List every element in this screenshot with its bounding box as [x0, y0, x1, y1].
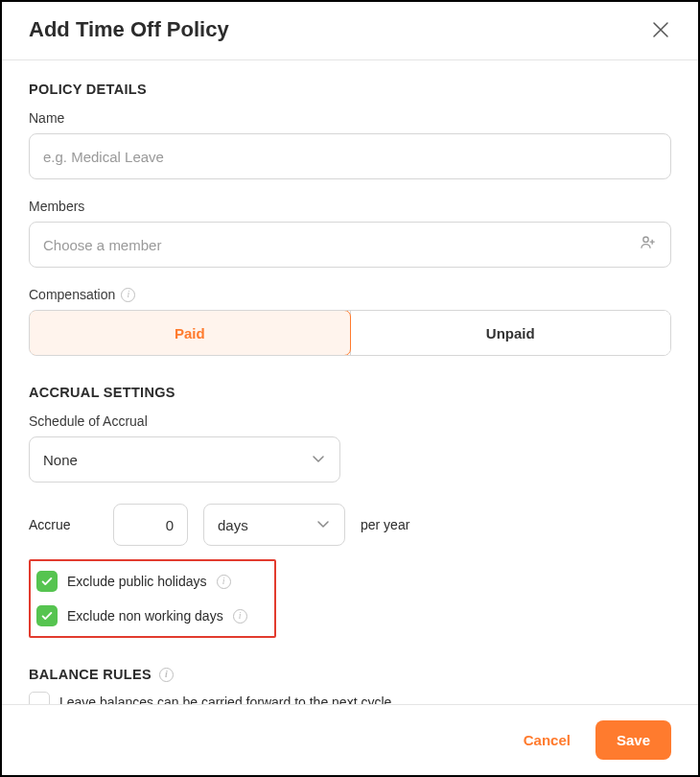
- exclude-non-working-days-label: Exclude non working days: [67, 608, 223, 624]
- carry-forward-checkbox[interactable]: [29, 692, 50, 704]
- field-compensation: Compensation i Paid Unpaid: [29, 287, 671, 356]
- compensation-label: Compensation i: [29, 287, 671, 302]
- exclude-public-holidays-label: Exclude public holidays: [67, 574, 207, 589]
- info-icon[interactable]: i: [217, 575, 231, 589]
- chevron-down-icon: [311, 451, 326, 469]
- accrue-row: Accrue days per year: [29, 504, 671, 546]
- check-icon: [40, 609, 54, 623]
- info-icon[interactable]: i: [233, 609, 247, 624]
- schedule-label: Schedule of Accrual: [29, 413, 671, 429]
- schedule-select[interactable]: None: [29, 436, 340, 483]
- accrue-label: Accrue: [29, 517, 98, 532]
- exclude-non-working-days-row: Exclude non working days i: [36, 605, 265, 626]
- carry-forward-row: Leave balances can be carried forward to…: [29, 692, 671, 704]
- field-name: Name: [29, 110, 671, 179]
- modal-title: Add Time Off Policy: [29, 17, 229, 42]
- add-member-icon: [639, 233, 658, 256]
- section-heading-policy-details: POLICY DETAILS: [29, 82, 671, 97]
- section-heading-accrual-settings: ACCRUAL SETTINGS: [29, 385, 671, 400]
- modal-content: POLICY DETAILS Name Members Compensa: [2, 60, 698, 704]
- exclude-public-holidays-checkbox[interactable]: [36, 571, 58, 592]
- accrue-suffix: per year: [361, 517, 409, 532]
- accrue-unit-select[interactable]: days: [203, 504, 345, 546]
- modal-header: Add Time Off Policy: [2, 2, 698, 60]
- accrue-amount-input[interactable]: [113, 504, 188, 546]
- check-icon: [40, 575, 54, 588]
- exclude-public-holidays-row: Exclude public holidays i: [36, 571, 265, 592]
- members-input[interactable]: [29, 222, 671, 268]
- compensation-option-paid[interactable]: Paid: [29, 310, 351, 356]
- save-button[interactable]: Save: [595, 720, 671, 760]
- field-members: Members: [29, 199, 671, 268]
- exclude-options-highlight: Exclude public holidays i Exclude non wo…: [29, 559, 276, 638]
- carry-forward-label: Leave balances can be carried forward to…: [59, 695, 391, 704]
- accrue-unit-value: days: [218, 517, 248, 533]
- name-input[interactable]: [29, 133, 671, 179]
- section-heading-balance-rules: BALANCE RULES i: [29, 667, 671, 682]
- cancel-button[interactable]: Cancel: [508, 722, 586, 758]
- close-icon: [652, 21, 669, 38]
- compensation-toggle: Paid Unpaid: [29, 310, 671, 356]
- schedule-selected-value: None: [43, 452, 78, 468]
- compensation-option-unpaid[interactable]: Unpaid: [350, 311, 671, 355]
- exclude-non-working-days-checkbox[interactable]: [36, 605, 58, 626]
- info-icon[interactable]: i: [121, 288, 135, 302]
- name-label: Name: [29, 110, 671, 126]
- members-label: Members: [29, 199, 671, 214]
- add-time-off-policy-modal: Add Time Off Policy POLICY DETAILS Name …: [0, 0, 700, 777]
- modal-footer: Cancel Save: [2, 704, 698, 775]
- close-button[interactable]: [650, 19, 671, 40]
- svg-point-0: [643, 237, 648, 242]
- info-icon[interactable]: i: [159, 668, 174, 682]
- chevron-down-icon: [315, 516, 331, 534]
